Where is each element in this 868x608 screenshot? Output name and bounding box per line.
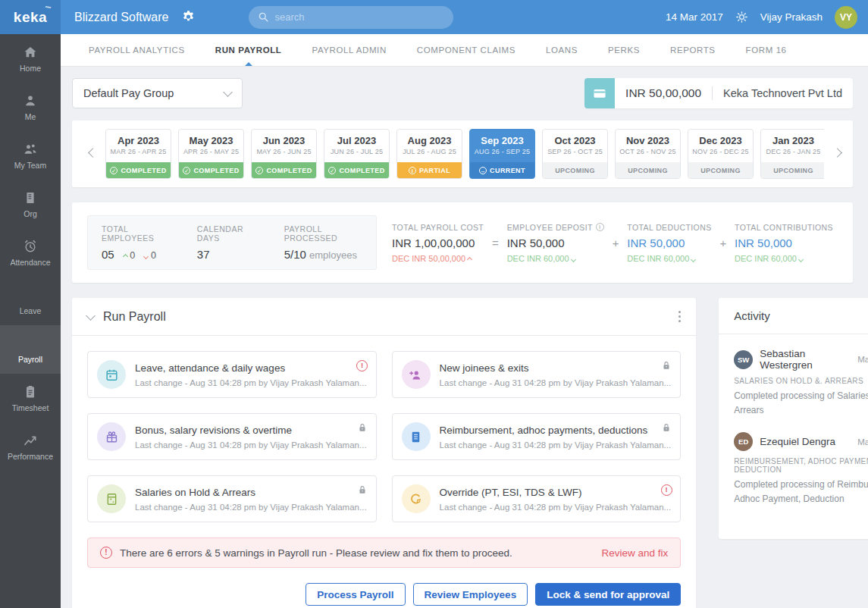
sidebar-item[interactable]: My Team (0, 131, 61, 180)
step-icon (97, 484, 126, 513)
activity-panel: Activity SW Sebastian Westergren May 29,… (719, 298, 868, 539)
user-avatar[interactable]: VY (835, 6, 857, 29)
tab[interactable]: PAYROLL ANALYTICS (74, 34, 200, 66)
badge-status-icon: i (409, 167, 416, 174)
status-badge: UPCOMING (543, 162, 607, 178)
pay-cycle-card[interactable]: Jul 2023 JUN 26 - JUL 25 ✓ COMPLETED (324, 129, 390, 179)
theme-sun-icon[interactable] (735, 11, 748, 24)
cost-delta: DEC INR 60,000 (627, 254, 711, 263)
search-input[interactable] (275, 11, 444, 23)
cost-value: INR 50,000 (507, 237, 604, 249)
action-button[interactable]: Lock & send for approval (535, 583, 681, 606)
sidebar-item[interactable]: Home (0, 34, 61, 83)
activity-description: Completed processing of Reimbursement, A… (734, 478, 868, 506)
activity-category: REIMBURSEMENT, ADHOC PAYMENT, DEDUCTION (734, 457, 868, 474)
payroll-step-card[interactable]: Override (PT, ESI, TDS & LWF) Last chang… (392, 475, 682, 522)
pay-cycle-card[interactable]: Apr 2023 MAR 26 - APR 25 ✓ COMPLETED (105, 129, 171, 179)
tab[interactable]: RUN PAYROLL (200, 34, 297, 66)
pay-cycle-card[interactable]: Jun 2023 MAY 26 - JUN 25 ✓ COMPLETED (251, 129, 317, 179)
activity-user-name[interactable]: Sebastian Westergren (760, 348, 851, 371)
payroll-steps-grid: Leave, attendance & daily wages Last cha… (87, 351, 681, 522)
pay-cycle-card[interactable]: Jan 2023 DEC 26 - JAN 25 UPCOMING (760, 129, 824, 179)
tab[interactable]: COMPONENT CLAIMS (402, 34, 531, 66)
tab[interactable]: PAYROLL ADMIN (296, 34, 401, 66)
sidebar-item[interactable]: Leave (0, 277, 61, 325)
badge-status-icon: ✓ (328, 167, 336, 174)
step-icon (97, 422, 126, 451)
carousel-track: Apr 2023 MAR 26 - APR 25 ✓ COMPLETED May… (105, 129, 824, 179)
active-tab-caret (245, 62, 252, 66)
pay-cycle-card[interactable]: Aug 2023 JUL 26 - AUG 25 i PARTIAL (396, 129, 462, 179)
avatar[interactable]: ED (734, 432, 753, 451)
carousel-next-button[interactable] (829, 139, 845, 169)
payroll-step-card[interactable]: Leave, attendance & daily wages Last cha… (87, 351, 377, 398)
status-badge: i PARTIAL (397, 162, 462, 178)
pay-group-dropdown[interactable]: Default Pay Group (72, 78, 243, 108)
sidebar-item-label: Leave (20, 306, 42, 315)
avatar[interactable]: SW (734, 350, 753, 369)
pay-cycle-card[interactable]: Dec 2023 NOV 26 - DEC 25 UPCOMING (688, 129, 754, 179)
sidebar-item-label: Payroll (18, 355, 42, 364)
settings-gear-icon[interactable] (181, 10, 196, 24)
sidebar-item-icon (23, 239, 38, 254)
error-text: There are 6 errors & 5 warnings in Payro… (120, 547, 512, 559)
payroll-tabbar: PAYROLL ANALYTICS RUN PAYROLL PAYROLL AD… (61, 34, 868, 67)
step-status-icon (356, 484, 368, 496)
search-icon (258, 11, 269, 23)
review-and-fix-link[interactable]: Review and fix (601, 547, 668, 559)
status-badge: UPCOMING (761, 162, 824, 178)
run-payroll-panel: Run Payroll Leave, attendance & daily wa… (72, 298, 696, 608)
current-date: 14 Mar 2017 (666, 11, 723, 23)
sidebar-item[interactable]: Timesheet (0, 374, 61, 422)
sidebar-item[interactable]: Performance (0, 422, 61, 471)
step-icon (97, 360, 126, 389)
step-status-icon: ! (660, 484, 672, 496)
payroll-step-card[interactable]: Reimbursement, adhoc payments, deduction… (392, 413, 682, 460)
info-icon[interactable]: i (596, 223, 604, 231)
sidebar-item-icon (23, 142, 38, 157)
pay-cycle-card[interactable]: May 2023 APR 26 - MAY 25 ✓ COMPLETED (178, 129, 244, 179)
cost-column: TOTAL DEDUCTIONS INR 50,000 DEC INR 60,0… (627, 223, 711, 263)
pay-cycle-card[interactable]: Oct 2023 SEP 26 - OCT 25 UPCOMING (542, 129, 608, 179)
tab[interactable]: REPORTS (655, 34, 731, 66)
pay-cycle-card[interactable]: Nov 2023 OCT 26 - NOV 25 UPCOMING (615, 129, 681, 179)
carousel-prev-button[interactable] (84, 139, 101, 169)
keka-logo[interactable]: keka ⁗ (0, 0, 61, 34)
action-button[interactable]: Process Payroll (306, 583, 405, 606)
activity-title: Activity (719, 298, 868, 334)
sidebar-item-icon (23, 384, 38, 400)
sidebar-item[interactable]: Me (0, 83, 61, 131)
collapse-chevron-icon[interactable] (86, 311, 96, 321)
payroll-step-card[interactable]: Salaries on Hold & Arrears Last change -… (87, 475, 377, 522)
tab[interactable]: LOANS (531, 34, 593, 66)
sidebar-item-icon (23, 433, 38, 448)
employee-stats-box: TOTAL EMPLOYEES 05 0 0 CALENDAR DAYS 37 … (87, 215, 377, 270)
total-employees-value: 05 0 0 (102, 248, 170, 261)
step-status-icon: ! (356, 359, 368, 371)
cost-delta: DEC INR 60,000 (735, 254, 833, 263)
step-icon (402, 484, 431, 513)
activity-user-name[interactable]: Ezequiel Dengra (760, 436, 835, 447)
sidebar-item[interactable]: Attendance (0, 228, 61, 277)
tab[interactable]: PERKS (593, 34, 655, 66)
sidebar-item[interactable]: Payroll (0, 325, 61, 374)
sidebar-item-label: My Team (14, 161, 46, 170)
action-button[interactable]: Review Employees (413, 583, 528, 606)
payroll-step-card[interactable]: New joinees & exits Last change - Aug 31… (392, 351, 682, 398)
payout-amount: INR 50,00,000 (615, 86, 712, 100)
status-badge: ✓ COMPLETED (106, 162, 171, 178)
sidebar-item-label: Org (24, 209, 37, 218)
pay-cycle-card[interactable]: Sep 2023 AUG 26 - SEP 25 → CURRENT (469, 129, 535, 179)
chevron-down-icon (223, 87, 233, 97)
company-name: Blizzard Software (74, 11, 169, 24)
sidebar-item[interactable]: Org (0, 180, 61, 228)
payroll-processed-value: 5/10 employees (284, 248, 362, 261)
operator: = (489, 237, 502, 249)
cost-value: INR 50,000 (627, 237, 711, 249)
payroll-step-card[interactable]: Bonus, salary revisions & overtime Last … (87, 413, 377, 460)
kebab-menu-icon[interactable] (678, 311, 682, 323)
error-icon: ! (100, 547, 112, 559)
global-search[interactable] (249, 6, 453, 29)
tab[interactable]: FORM 16 (731, 34, 802, 66)
user-name[interactable]: Vijay Prakash (760, 11, 823, 23)
